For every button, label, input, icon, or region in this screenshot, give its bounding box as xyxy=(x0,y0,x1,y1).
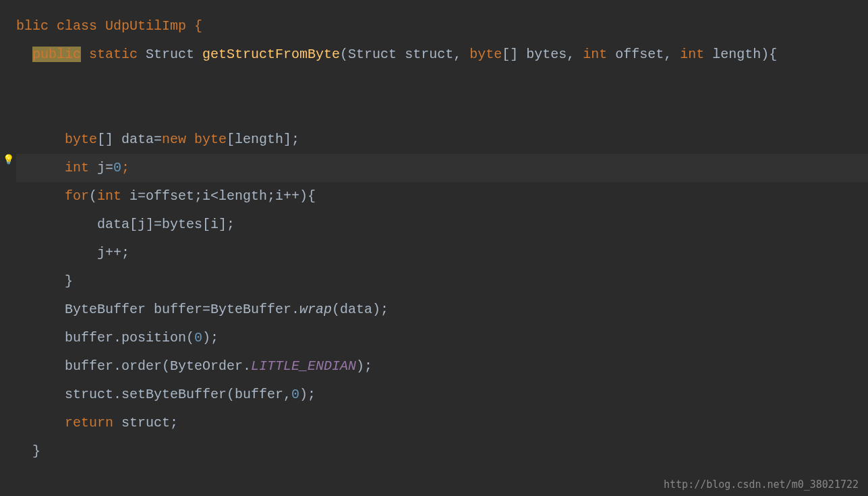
code-line: } xyxy=(0,267,868,296)
close-brace: } xyxy=(32,443,40,459)
close-brace: } xyxy=(65,273,73,289)
keyword-byte: byte xyxy=(469,47,502,62)
keyword-int: int xyxy=(65,160,89,175)
code-line: public static Struct getStructFromByte(S… xyxy=(0,40,868,69)
call-end: ); xyxy=(299,387,316,402)
call-end: ); xyxy=(356,358,372,374)
code-line: buffer.order(ByteOrder.LITTLE_ENDIAN); xyxy=(0,352,868,381)
code-line: struct.setByteBuffer(buffer,0); xyxy=(0,381,868,409)
class-decl: class UdpUtilImp { xyxy=(49,18,202,34)
number-zero: 0 xyxy=(291,387,299,402)
bytebuffer: ByteBuffer buffer=ByteBuffer. xyxy=(65,302,299,317)
keyword-int: int xyxy=(680,47,704,62)
code-line: byte[] data=new byte[length]; xyxy=(0,126,868,154)
buffer-position: buffer.position( xyxy=(65,330,194,346)
param-offset: offset, xyxy=(607,47,680,62)
for-body: i=offset;i<length;i++){ xyxy=(121,188,316,204)
keyword-return: return xyxy=(65,415,113,431)
param-bytes: [] bytes, xyxy=(502,47,583,62)
return-val: struct; xyxy=(113,415,178,431)
increment: j++; xyxy=(97,245,129,260)
code-line: j++; xyxy=(0,239,868,267)
param-length: length){ xyxy=(704,47,777,62)
code-editor[interactable]: public class UdpUtilImp { public static … xyxy=(0,0,868,466)
assignment: data[j]=bytes[i]; xyxy=(97,217,235,232)
keyword-int: int xyxy=(97,188,121,204)
keyword-int: int xyxy=(583,47,607,62)
code-line: public class UdpUtilImp { xyxy=(0,12,868,40)
keyword-for: for xyxy=(65,188,89,204)
lightbulb-icon[interactable]: 💡 xyxy=(3,154,14,165)
var-j: j= xyxy=(89,160,113,175)
blank-line xyxy=(0,97,868,126)
array-length: [length]; xyxy=(227,132,299,147)
struct-set: struct.setByteBuffer(buffer, xyxy=(65,387,291,402)
editor-gutter: 💡 xyxy=(0,0,16,496)
keyword-static: static xyxy=(81,47,138,62)
watermark-text: http://blog.csdn.net/m0_38021722 xyxy=(664,478,859,491)
code-line: } xyxy=(0,437,868,466)
semicolon: ; xyxy=(121,160,129,175)
call-end: ); xyxy=(202,330,219,346)
type-struct: Struct xyxy=(138,47,202,62)
params: (Struct struct, xyxy=(340,47,469,62)
call-end: (data); xyxy=(332,302,388,317)
buffer-order: buffer.order(ByteOrder. xyxy=(65,358,251,374)
code-line: data[j]=bytes[i]; xyxy=(0,211,868,239)
code-line: for(int i=offset;i<length;i++){ xyxy=(0,182,868,211)
keyword-public-selected: public xyxy=(32,47,81,62)
code-line: return struct; xyxy=(0,409,868,437)
paren: ( xyxy=(89,188,97,204)
method-wrap: wrap xyxy=(299,302,332,317)
code-line: buffer.position(0); xyxy=(0,324,868,352)
constant-endian: LITTLE_ENDIAN xyxy=(251,358,356,374)
code-line-current: int j=0; xyxy=(0,154,868,182)
blank-line xyxy=(0,69,868,97)
keyword-new: new byte xyxy=(162,132,227,147)
number-zero: 0 xyxy=(113,160,121,175)
var-data: [] data= xyxy=(97,132,162,147)
code-line: ByteBuffer buffer=ByteBuffer.wrap(data); xyxy=(0,296,868,324)
number-zero: 0 xyxy=(194,330,202,346)
method-name: getStructFromByte xyxy=(202,47,340,62)
keyword-byte: byte xyxy=(65,132,97,147)
